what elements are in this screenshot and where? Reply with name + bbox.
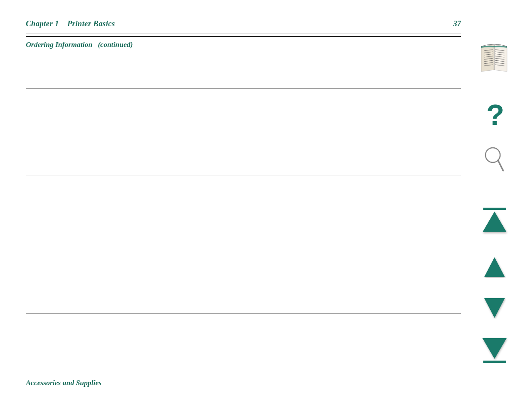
content-area-3 [26,175,461,313]
svg-line-20 [498,160,503,171]
divider-3 [26,313,461,314]
section-continued: (continued) [98,40,133,49]
content-area-1 [26,52,461,88]
svg-point-19 [487,149,499,161]
page-number: 37 [453,19,461,28]
section-title: Ordering Information (continued) [26,40,133,49]
section-title-text: Ordering Information [26,40,92,49]
chapter-text: Chapter 1 [26,19,59,28]
last-page-icon[interactable] [482,336,507,363]
first-page-icon[interactable] [482,208,507,233]
svg-text:?: ? [486,98,504,131]
chapter-subtitle: Printer Basics [67,19,115,28]
book-icon[interactable] [478,43,511,73]
svg-marker-21 [484,257,505,277]
header-thin-rule [26,34,461,34]
chapter-title: Chapter 1 Printer Basics [26,19,115,28]
up-arrow-shape [482,212,507,232]
svg-marker-22 [484,298,505,318]
magnifier-icon[interactable] [483,146,506,173]
header-row: Chapter 1 Printer Basics 37 [26,0,461,34]
top-bar [483,208,506,210]
content-area-2 [26,89,461,175]
question-icon[interactable]: ? [482,99,507,129]
sidebar-icons: ? [461,0,528,371]
main-content: Chapter 1 Printer Basics 37 Ordering Inf… [26,0,461,411]
next-page-icon[interactable] [483,297,506,319]
bottom-bar [483,361,506,363]
prev-page-icon[interactable] [483,256,506,278]
down-arrow-shape [482,338,507,359]
section-header: Ordering Information (continued) [26,37,461,52]
footer-section-title: Accessories and Supplies [26,379,102,387]
